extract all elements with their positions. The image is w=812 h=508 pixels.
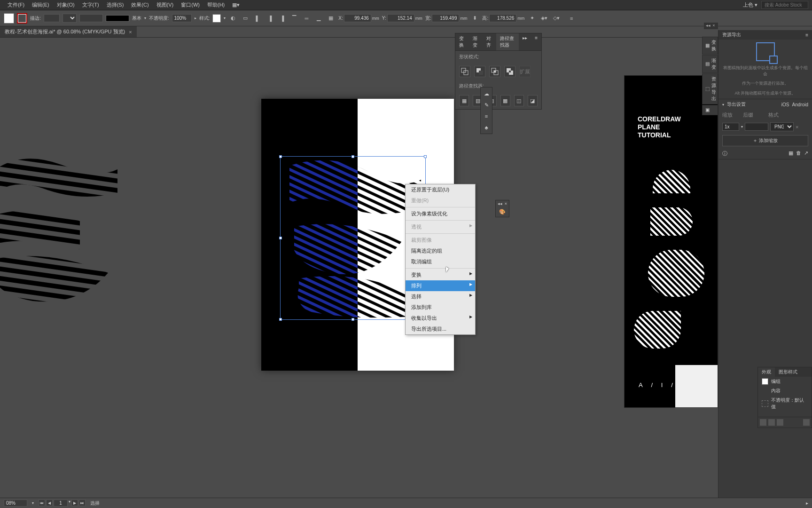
opacity-input[interactable]: [172, 14, 192, 22]
selection-handle-w[interactable]: [279, 237, 282, 239]
search-adobe-stock-input[interactable]: [761, 1, 808, 9]
cm-collect-export[interactable]: 收集以导出: [406, 313, 475, 324]
es-disclosure-icon[interactable]: ▾: [722, 103, 724, 107]
stroke-weight-input[interactable]: [44, 14, 60, 22]
panel-menu-icon[interactable]: ≡: [567, 14, 576, 23]
selection-handle-ne[interactable]: [424, 155, 427, 158]
menu-type[interactable]: 文字(T): [78, 0, 103, 9]
ap-effect-icon[interactable]: [777, 419, 783, 426]
ap-target-swatch[interactable]: [762, 378, 768, 385]
dock-close-icon[interactable]: ×: [711, 23, 716, 28]
align-artboard-icon[interactable]: ▭: [241, 14, 250, 23]
selection-bounding-box[interactable]: [280, 156, 426, 320]
selection-handle-sw[interactable]: [279, 318, 282, 321]
cm-add-to-library[interactable]: 添加到库: [406, 302, 475, 313]
mini-close-icon[interactable]: ×: [505, 201, 507, 206]
ap-opacity-icon[interactable]: [762, 400, 768, 407]
palette-icon[interactable]: 🎨: [499, 209, 506, 215]
pf-minus-front-icon[interactable]: [474, 66, 485, 77]
menu-edit[interactable]: 编辑(E): [28, 0, 53, 9]
cc-cloud-icon[interactable]: ☁: [482, 89, 491, 98]
stroke-profile-preview[interactable]: [106, 15, 129, 22]
menu-window[interactable]: 窗口(W): [177, 0, 203, 9]
android-preset[interactable]: Android: [792, 102, 808, 107]
ap-fx-icon[interactable]: [803, 419, 810, 426]
color-mode-dropdown[interactable]: 上色 ▾: [739, 0, 761, 9]
clover-icon[interactable]: ♣: [482, 123, 491, 132]
ios-preset[interactable]: iOS: [781, 102, 789, 107]
cm-select[interactable]: 选择: [406, 291, 475, 302]
pf-collapse-icon[interactable]: ▸▸: [519, 33, 531, 50]
es-info-icon[interactable]: ⓘ: [722, 150, 727, 157]
document-tab-close-icon[interactable]: ×: [129, 29, 132, 35]
fill-swatch[interactable]: [4, 13, 14, 24]
artboard-number-input[interactable]: [54, 500, 68, 507]
pf-menu-icon[interactable]: ≡: [531, 33, 541, 50]
align-left-icon[interactable]: ▌: [253, 14, 262, 23]
menu-arrange-docs-icon[interactable]: ▦▾: [228, 1, 243, 9]
cm-transform[interactable]: 变换: [406, 270, 475, 280]
es-export-icon[interactable]: ↗: [804, 150, 808, 157]
variable-width-input[interactable]: [79, 14, 103, 22]
next-artboard-button[interactable]: ▶: [71, 500, 78, 506]
dock-collapse-icon[interactable]: ◂◂: [706, 23, 710, 28]
menu-file[interactable]: 文件(F): [4, 0, 28, 9]
pf-exclude-icon[interactable]: [504, 66, 515, 77]
stroke-weight-dropdown[interactable]: [62, 14, 77, 23]
prev-artboard-button[interactable]: ◀: [46, 500, 53, 506]
cm-ungroup[interactable]: 取消编组: [406, 256, 475, 267]
menu-object[interactable]: 对象(O): [53, 0, 78, 9]
menu-help[interactable]: 帮助(H): [203, 0, 228, 9]
pf-minus-back-icon[interactable]: ◪: [528, 95, 538, 106]
collapsed-tab-gradient[interactable]: ▤渐变: [702, 55, 718, 73]
style-swatch[interactable]: [212, 14, 221, 23]
es-grid-icon[interactable]: ▦: [789, 150, 793, 157]
es-suffix-input[interactable]: [745, 123, 768, 131]
collapsed-tab-generic[interactable]: ▣: [702, 105, 718, 115]
cm-arrange[interactable]: 排列: [406, 280, 475, 291]
pf-tab-gradient[interactable]: 渐变: [469, 33, 483, 50]
pf-intersect-icon[interactable]: [489, 66, 500, 77]
align-vcenter-icon[interactable]: ═: [302, 14, 311, 23]
w-input[interactable]: [432, 14, 459, 22]
ap-new-fill-icon[interactable]: [760, 419, 766, 426]
extra-icon[interactable]: ◇▾: [552, 14, 561, 23]
pf-divide-icon[interactable]: ▦: [459, 95, 469, 106]
align-top-icon[interactable]: ▔: [289, 14, 299, 23]
cm-isolate[interactable]: 隔离选定的组: [406, 246, 475, 256]
selection-handle-n[interactable]: [351, 155, 354, 158]
asset-export-dropzone-icon[interactable]: [756, 42, 775, 61]
menu-select[interactable]: 选择(S): [103, 0, 128, 9]
es-delete-icon[interactable]: 🗑: [796, 150, 801, 157]
first-artboard-button[interactable]: ⏮: [39, 500, 45, 506]
pf-crop-icon[interactable]: ▩: [500, 95, 510, 106]
isolate-icon[interactable]: ◈▾: [539, 14, 549, 23]
es-format-select[interactable]: PNG: [770, 122, 794, 131]
align-hcenter-icon[interactable]: ▐: [265, 14, 274, 23]
pasteboard-artwork[interactable]: [0, 151, 127, 310]
stroke-swatch[interactable]: [17, 13, 27, 24]
asset-export-menu-icon[interactable]: ≡: [805, 32, 808, 38]
list-icon[interactable]: ≡: [482, 112, 491, 120]
cm-pixel-perfect[interactable]: 设为像素级优化: [406, 208, 475, 219]
align-right-icon[interactable]: ▐: [277, 14, 287, 23]
pf-tab-pathfinder[interactable]: 路径查找器: [496, 33, 519, 50]
last-artboard-button[interactable]: ⏭: [79, 500, 86, 506]
transform-panel-icon[interactable]: ▦: [326, 14, 336, 23]
es-remove-row-icon[interactable]: ×: [796, 124, 798, 130]
status-scroll-arrow-icon[interactable]: ▸: [806, 500, 808, 506]
cm-undo[interactable]: 还原置于底层(U): [406, 184, 475, 195]
h-input[interactable]: [489, 14, 516, 22]
recolor-icon[interactable]: ◐: [228, 14, 238, 23]
selection-handle-s[interactable]: [351, 318, 354, 321]
menu-effect[interactable]: 效果(C): [127, 0, 152, 9]
pf-outline-icon[interactable]: ◫: [514, 95, 524, 106]
y-input[interactable]: [387, 14, 414, 22]
pf-tab-align[interactable]: 对齐: [483, 33, 496, 50]
ap-tab-graphic-styles[interactable]: 图形样式: [775, 367, 801, 377]
ap-new-stroke-icon[interactable]: [768, 419, 775, 426]
add-scale-button[interactable]: ＋ 添加缩放: [722, 135, 808, 146]
shape-builder-icon[interactable]: ✦: [527, 14, 537, 23]
menu-view[interactable]: 视图(V): [153, 0, 178, 9]
mini-collapse-icon[interactable]: ◂◂: [498, 201, 502, 206]
